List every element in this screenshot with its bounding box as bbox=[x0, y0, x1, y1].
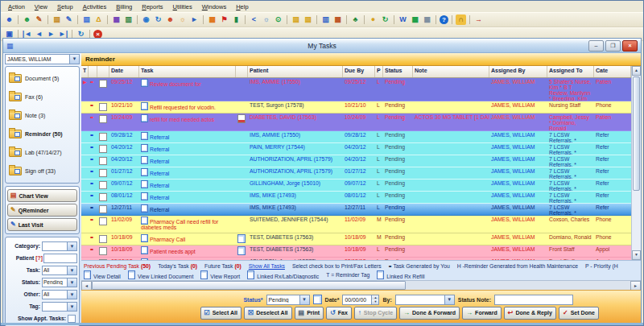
logout-icon[interactable]: → bbox=[473, 14, 484, 25]
column-header-col1[interactable] bbox=[89, 66, 97, 77]
vertical-scrollbar[interactable]: ▲ ▼ bbox=[631, 66, 641, 260]
patient-add-icon[interactable]: ☻ bbox=[22, 14, 32, 25]
scroll-up-icon[interactable]: ▲ bbox=[632, 66, 641, 76]
column-header-t[interactable]: T bbox=[81, 66, 89, 77]
table-row[interactable]: ••08/01/12ReferralIMS, MIKE (17493)08/01… bbox=[81, 192, 631, 204]
column-header-date[interactable]: Date bbox=[109, 66, 139, 77]
table-row[interactable]: ••09/07/12ReferralGILLINGHAM, Jorge (150… bbox=[81, 180, 631, 192]
column-header-status[interactable]: Status bbox=[383, 66, 413, 77]
horizontal-scrollbar[interactable]: ◄ ► bbox=[81, 280, 641, 290]
sidebar-item-reminder[interactable]: Reminder (50) bbox=[7, 129, 77, 139]
table-row[interactable]: ••10/21/10Refill requested for vicodin.T… bbox=[81, 101, 631, 113]
column-header-due-by[interactable]: Due By bbox=[343, 66, 375, 77]
qreminder-button[interactable]: ✎QReminder bbox=[7, 204, 77, 217]
row-checkbox[interactable] bbox=[99, 80, 107, 88]
legend-action[interactable]: View Linked Document bbox=[128, 270, 193, 279]
filter-category-select[interactable]: ▼ bbox=[42, 241, 77, 251]
chevron-down-icon[interactable]: ▼ bbox=[444, 295, 454, 304]
menu-help[interactable]: Help bbox=[231, 2, 253, 11]
patient-icon[interactable]: ☻ bbox=[4, 14, 14, 25]
chevron-down-icon[interactable]: ▼ bbox=[67, 266, 76, 274]
chart-icon[interactable]: ▮ bbox=[231, 14, 242, 25]
calendar-icon[interactable]: ▦ bbox=[207, 14, 217, 25]
sidebar-item-document[interactable]: Document (5) bbox=[7, 73, 77, 84]
contact-card-icon[interactable]: ▦ bbox=[332, 14, 343, 25]
last-visit-button[interactable]: ✎Last Visit bbox=[7, 218, 77, 231]
menu-utilities[interactable]: Utilities bbox=[168, 2, 197, 11]
sidebar-item-fax[interactable]: Fax (6) bbox=[7, 92, 77, 102]
date-spinner[interactable]: ▲▼ bbox=[371, 295, 378, 304]
row-checkbox[interactable] bbox=[99, 205, 107, 213]
column-header-p[interactable]: P bbox=[375, 66, 383, 77]
row-checkbox[interactable] bbox=[99, 247, 107, 255]
row-checkbox[interactable] bbox=[99, 217, 107, 225]
claim-sync-icon[interactable]: ↻ bbox=[153, 14, 163, 25]
word-icon[interactable]: W bbox=[398, 14, 408, 25]
note-edit-icon[interactable]: ✎ bbox=[64, 14, 74, 25]
table-row[interactable]: ••10/18/09Pharmacy CallTEST, DIABETES (1… bbox=[81, 233, 631, 246]
refresh-green-icon[interactable]: ↻ bbox=[380, 14, 390, 25]
row-checkbox[interactable] bbox=[99, 145, 107, 153]
chevron-down-icon[interactable]: ▼ bbox=[67, 242, 76, 250]
chart-view-button[interactable]: ▤Chart View bbox=[7, 189, 77, 202]
status-note-input[interactable] bbox=[494, 295, 573, 305]
menu-action[interactable]: Action bbox=[3, 2, 30, 11]
billing-card-icon[interactable]: ▦ bbox=[111, 14, 122, 25]
filter-show-appt-tasks-checkbox[interactable] bbox=[68, 315, 76, 323]
menu-view[interactable]: View bbox=[30, 2, 52, 11]
scroll-down-icon[interactable]: ▼ bbox=[632, 250, 641, 260]
sidebar-item-note[interactable]: Note (3) bbox=[7, 110, 77, 121]
table-row[interactable]: ▶••09/25/12Review document forIMS, AMMIE… bbox=[81, 78, 631, 101]
table-row[interactable]: ••04/20/12ReferralAUTHORIZATION, APRIL (… bbox=[81, 155, 631, 167]
column-header-col2[interactable] bbox=[97, 66, 109, 77]
web-icon[interactable]: ☼ bbox=[261, 14, 271, 25]
filter-status-select[interactable]: Pending▼ bbox=[42, 278, 77, 287]
row-checkbox[interactable] bbox=[99, 157, 107, 165]
lock-icon[interactable]: ∩ bbox=[456, 14, 466, 25]
done-reply-button[interactable]: ↩Done & Reply bbox=[504, 307, 556, 320]
minimize-button[interactable]: – bbox=[588, 40, 604, 52]
lab-flask-icon[interactable]: Δ bbox=[93, 14, 104, 25]
menu-billing[interactable]: Billing bbox=[111, 2, 137, 11]
linked-document-icon[interactable] bbox=[237, 234, 246, 243]
horizontal-scroll-thumb[interactable] bbox=[92, 281, 406, 290]
table-row[interactable]: ••01/27/12ReferralAUTHORIZATION, APRIL (… bbox=[81, 167, 631, 180]
row-checkbox[interactable] bbox=[99, 181, 107, 189]
filter-patient-input[interactable] bbox=[43, 254, 77, 263]
row-checkbox[interactable] bbox=[99, 115, 107, 123]
by-select[interactable]: ▼ bbox=[395, 295, 455, 305]
print-button[interactable]: ▤Print bbox=[295, 307, 324, 320]
column-header-task[interactable]: Task bbox=[139, 66, 236, 77]
table-row[interactable]: ••09/28/12ReferralIMS, AMMIE (17550)09/2… bbox=[81, 131, 631, 143]
column-header-note[interactable]: Note bbox=[413, 66, 489, 77]
table-row[interactable]: ••11/02/09Pharmacy Call need refill for … bbox=[81, 216, 631, 233]
filter-other-select[interactable]: All▼ bbox=[42, 290, 77, 299]
row-checkbox[interactable] bbox=[99, 133, 107, 141]
date-input[interactable]: 00/00/00 ▲▼ bbox=[342, 295, 379, 305]
sidebar-item-signoff[interactable]: Sign off (33) bbox=[7, 166, 77, 176]
linked-document-icon[interactable] bbox=[237, 246, 246, 255]
legend-action[interactable]: Linked Rx/Lab/Diagnostic bbox=[247, 270, 319, 279]
status-doc-icon[interactable] bbox=[313, 295, 322, 304]
documents-folder-icon[interactable]: ▤ bbox=[291, 14, 301, 25]
vertical-scroll-thumb[interactable] bbox=[633, 76, 640, 191]
column-header-assigned-by[interactable]: Assigned By bbox=[489, 66, 547, 77]
menu-setup[interactable]: Setup bbox=[52, 2, 78, 11]
task-flag-icon[interactable]: ⚑ bbox=[219, 14, 229, 25]
help-icon[interactable]: ? bbox=[440, 15, 448, 24]
legend-action[interactable]: View Detail bbox=[84, 270, 121, 279]
rx-plant-icon[interactable]: ♣ bbox=[350, 14, 361, 25]
column-header-cate[interactable]: Cate bbox=[594, 66, 631, 77]
send-claims-icon[interactable]: ► bbox=[189, 14, 200, 25]
filter-task-select[interactable]: All▼ bbox=[42, 266, 77, 275]
set-done-button[interactable]: ✓Set Done bbox=[559, 307, 599, 320]
row-checkbox[interactable] bbox=[99, 169, 107, 177]
forward-button[interactable]: →Forward bbox=[462, 307, 502, 320]
row-checkbox[interactable] bbox=[99, 103, 107, 111]
sidebar-item-lab[interactable]: Lab (47/14/27) bbox=[7, 147, 77, 158]
legend-action[interactable]: View Report bbox=[200, 270, 240, 279]
title-bar[interactable]: ▦ My Tasks – ❐ × bbox=[3, 39, 641, 53]
fax-button[interactable]: ↺Fax bbox=[326, 307, 352, 320]
table-row[interactable]: ••12/27/11ReferralIMS, MIKE (17493)12/27… bbox=[81, 204, 631, 216]
close-button[interactable]: × bbox=[622, 40, 638, 52]
